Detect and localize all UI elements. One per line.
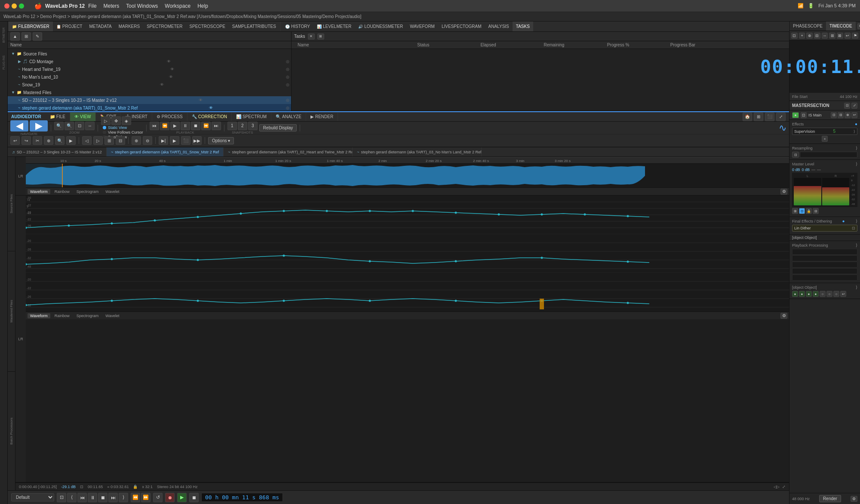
play-end-btn[interactable]: ⏭ <box>212 122 221 130</box>
track-tab-0[interactable]: ♬ SD – 231012 – 3 Singles 10-23 – IS Mas… <box>8 147 107 156</box>
ms-spk-btn-4[interactable]: ● <box>813 291 819 297</box>
close-button[interactable] <box>4 3 9 9</box>
tab-markers[interactable]: MARKERS <box>115 21 143 31</box>
ae-nav-btn[interactable]: ⬛ <box>765 113 774 121</box>
maximize-button[interactable] <box>19 3 24 9</box>
snapshot-1[interactable]: 1 <box>227 122 237 130</box>
ms-spk-btn-8[interactable]: ↩ <box>840 291 846 297</box>
transport-record-btn[interactable]: ⏺ <box>165 493 175 502</box>
loudness-graph-middle[interactable]: -20 -26 -32 -48 <box>26 234 789 273</box>
edit-btn-5[interactable]: 🔍 <box>55 136 64 145</box>
playback-speed-3[interactable]: ⬛ <box>181 136 190 145</box>
cursor-btn-1[interactable]: ▷ <box>101 116 111 125</box>
tab-spectroscope[interactable]: SPECTROSCOPE <box>186 21 229 31</box>
tc-btn-7[interactable]: ⊠ <box>837 33 843 39</box>
ms-final-expand[interactable]: ⟩ <box>856 219 857 223</box>
play-next-btn[interactable]: ⏩ <box>201 122 211 130</box>
ms-playback-expand[interactable]: ⟩ <box>856 243 857 247</box>
ae-expand-btn[interactable]: ⤢ <box>776 113 786 121</box>
ms-r4[interactable]: ↩ <box>851 112 857 118</box>
ms-r2[interactable]: ⊟ <box>838 112 844 118</box>
playback-speed-2[interactable]: ▶ <box>170 136 179 145</box>
tab-analysis[interactable]: ANALYSIS <box>485 21 513 31</box>
tab-sampleattributes[interactable]: SAMPLEATTRIBUTES <box>229 21 280 31</box>
tasks-expand-btn[interactable]: ⊞ <box>317 34 324 40</box>
menu-workspace[interactable]: Workspace <box>165 3 190 9</box>
track-tab-2[interactable]: ~ stephen gerard dietemann (aka TART)_02… <box>224 147 353 156</box>
edit-btn-10[interactable]: ⊟ <box>116 136 125 145</box>
tab-spectrometer[interactable]: SPECTROMETER <box>143 21 186 31</box>
edit-btn-1[interactable]: ↩ <box>10 136 20 145</box>
track-tab-3[interactable]: ~ stephen gerard dietemann (aka TART)_03… <box>353 147 482 156</box>
tc-btn-6[interactable]: ⊞ <box>829 33 835 39</box>
tab-project[interactable]: 📋PROJECT <box>53 21 86 31</box>
edit-btn-8[interactable]: ▷ <box>93 136 103 145</box>
transport-next-btn[interactable]: ⏭ <box>108 493 118 502</box>
tc-btn-1[interactable]: ⊡ <box>791 33 798 39</box>
tab-loudnessmeter[interactable]: 🔊LOUDNESSMETER <box>355 21 406 31</box>
wf-tab-spectrogram-2[interactable]: Spectrogram <box>74 313 101 318</box>
transport-play-btn[interactable]: ⏸ <box>88 493 97 502</box>
minimize-button[interactable] <box>12 3 17 9</box>
ms-plugin-expand[interactable]: ⟩ <box>854 129 855 134</box>
view-follows-label[interactable]: View Follows Cursor <box>108 130 143 134</box>
edit-btn-2[interactable]: ↪ <box>22 136 31 145</box>
ae-tab-render[interactable]: ▶RENDER <box>306 113 338 121</box>
zoom-selection-btn[interactable]: ↔ <box>85 122 95 130</box>
options-btn[interactable]: Options ▾ <box>208 137 234 144</box>
transport-loop-btn[interactable]: ⊡ <box>57 493 66 502</box>
edit-btn-9[interactable]: ⊞ <box>104 136 114 145</box>
zoom-in-btn[interactable]: 🔍 <box>54 122 64 130</box>
menu-file[interactable]: File <box>88 3 96 9</box>
loudness-graph-lower[interactable]: -20 -22 -26 -32 <box>26 273 789 312</box>
cursor-btn-2[interactable]: ✥ <box>111 116 121 125</box>
ms-expand-btn[interactable]: ⤢ <box>851 103 857 109</box>
menu-tool-windows[interactable]: Tool Windows <box>126 3 158 9</box>
edit-btn-3[interactable]: ✂ <box>33 136 42 145</box>
loudness-graph-upper[interactable]: +4 9 -12 -22 -26 <box>26 195 789 234</box>
ms-speaker-expand[interactable]: ⟩ <box>856 285 857 290</box>
ae-tab-file[interactable]: 📁FILE <box>46 113 70 121</box>
ms-spk-btn-5[interactable]: ○ <box>820 291 826 297</box>
tab-history[interactable]: 🕐HISTORY <box>282 21 313 31</box>
ms-resample-btn[interactable]: ⊡ <box>792 152 799 158</box>
ae-tab-process[interactable]: ⚙PROCESS <box>152 113 187 121</box>
wf-tab-rainbow-2[interactable]: Rainbow <box>52 313 72 318</box>
tab-tasks[interactable]: TASKS <box>513 21 533 31</box>
ms-level-link2[interactable]: — <box>817 168 821 172</box>
transport-prev-btn[interactable]: ⏮ <box>77 493 87 502</box>
ae-tab-view[interactable]: 👁VIEW <box>70 113 96 121</box>
play-btn[interactable]: ▶ <box>170 122 180 130</box>
wf-tab-wavelet-1[interactable]: Wavelet <box>103 189 122 194</box>
tree-source-files[interactable]: ▼ 📁 Source Files <box>8 50 291 58</box>
tab-timecode[interactable]: TIMECODE <box>826 21 856 31</box>
transport-stop-btn[interactable]: ⏹ <box>98 493 108 502</box>
ae-home-btn[interactable]: 🏠 <box>743 113 752 121</box>
tab-filebrowser[interactable]: 📁FILEBROWSER <box>9 21 53 31</box>
browser-btn-3[interactable]: ✎ <box>33 32 42 41</box>
ae-tab-spectrum[interactable]: 📊SPECTRUM <box>232 113 271 121</box>
snapshot-3[interactable]: 3 <box>248 122 258 130</box>
playback-speed-1[interactable]: ▶| <box>159 136 168 145</box>
tree-snow-mstr[interactable]: ~ stephen gerard dietemann (aka TART)_01… <box>8 104 291 111</box>
tree-mastered-files[interactable]: ▼ 📁 Mastered Files <box>8 89 291 96</box>
ms-resampling-expand[interactable]: ⟩ <box>856 146 857 150</box>
edit-btn-12[interactable]: ⊖ <box>143 136 152 145</box>
ms-settings-btn[interactable]: ⚙ <box>851 496 857 502</box>
tab-waveform[interactable]: WAVEFORM <box>406 21 438 31</box>
ae-grid-btn[interactable]: ⊞ <box>754 113 763 121</box>
ae-tab-analyze[interactable]: 🔍ANALYZE <box>271 113 306 121</box>
transport-end-btn[interactable]: ⟩ <box>119 493 128 502</box>
tree-heart-twine[interactable]: ~ Heart and Twine_19 👁◎ <box>8 65 291 73</box>
edit-btn-6[interactable]: ▶ <box>66 136 76 145</box>
ms-power-btn[interactable]: ● <box>792 112 799 118</box>
playback-speed-4[interactable]: ▶▶ <box>192 136 202 145</box>
wf-settings-1[interactable]: ⚙ <box>780 189 787 195</box>
ms-meter-btn-2[interactable]: ⊡ <box>799 208 805 214</box>
tree-cd-montage[interactable]: ▶ 🎵 CD Montage 👁◎ <box>8 58 291 65</box>
tree-no-mans-land[interactable]: ~ No Man's Land_10 👁◎ <box>8 73 291 81</box>
play-pause-btn[interactable]: ⏸ <box>181 122 190 130</box>
zoom-fit-btn[interactable]: ⊡ <box>75 122 84 130</box>
ms-r3[interactable]: ⊕ <box>845 112 851 118</box>
tab-metadata[interactable]: METADATA <box>86 21 115 31</box>
